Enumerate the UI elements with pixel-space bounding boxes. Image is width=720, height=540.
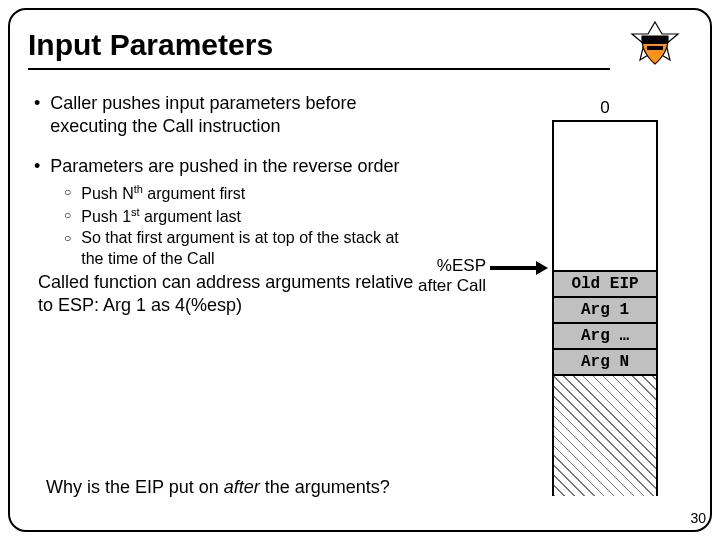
question-em: after [224,477,260,497]
princeton-crest-icon [618,20,692,72]
sub-a-post: argument first [143,185,245,202]
called-function-text: Called function can address arguments re… [38,271,414,316]
stack-cells: Old EIP Arg 1 Arg … Arg N [552,120,658,376]
question-text: Why is the EIP put on after the argument… [46,477,390,498]
slide-frame: Input Parameters Caller pushes input par… [8,8,712,532]
sub-a-pre: Push N [81,185,133,202]
hatch-pattern [554,376,656,496]
stack-diagram: 0 Old EIP Arg 1 Arg … Arg N [552,98,658,496]
sub-b-post: argument last [140,208,241,225]
sub-bullet-b: Push 1st argument last [64,205,414,228]
svg-rect-0 [642,36,668,44]
stack-zero-label: 0 [552,98,658,118]
esp-label-line1: %ESP [418,256,486,276]
sub-b-pre: Push 1 [81,208,131,225]
stack-cell-arg-1: Arg 1 [554,298,656,324]
esp-label-line2: after Call [418,276,486,296]
sub-bullet-c: So that first argument is at top of the … [64,228,414,270]
slide-body: Caller pushes input parameters before ex… [34,92,686,506]
page-number: 30 [690,510,706,526]
question-post: the arguments? [260,477,390,497]
stack-hatched-region [552,376,658,496]
stack-cell-arg-dots: Arg … [554,324,656,350]
svg-rect-1 [647,46,663,50]
esp-pointer-label: %ESP after Call [418,256,486,297]
stack-cell-arg-n: Arg N [554,350,656,376]
bullet-1-text: Caller pushes input parameters before ex… [50,92,414,137]
sub-bullet-list: Push Nth argument first Push 1st argumen… [64,182,414,270]
stack-cell-old-eip: Old EIP [554,272,656,298]
bullet-2-text: Parameters are pushed in the reverse ord… [50,155,399,178]
bullet-1: Caller pushes input parameters before ex… [34,92,414,137]
question-pre: Why is the EIP put on [46,477,224,497]
title-container: Input Parameters [28,28,610,70]
sub-b-sup: st [131,206,140,218]
sub-c-text: So that first argument is at top of the … [81,228,414,270]
stack-empty-region [554,122,656,272]
sub-bullet-a: Push Nth argument first [64,182,414,205]
slide-title: Input Parameters [28,28,610,62]
esp-arrow-icon [490,261,548,275]
bullet-2: Parameters are pushed in the reverse ord… [34,155,414,316]
sub-a-sup: th [134,183,143,195]
